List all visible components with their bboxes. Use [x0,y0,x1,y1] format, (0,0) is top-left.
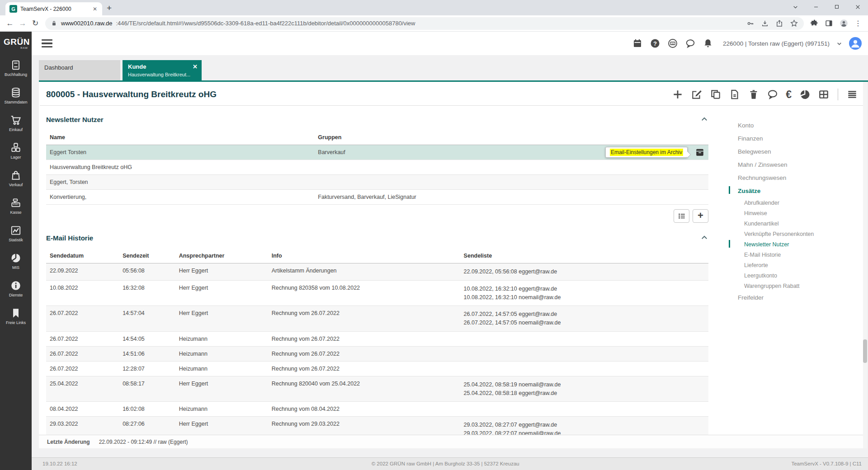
keyboard-icon[interactable] [667,38,678,49]
nav-item[interactable]: Newsletter Nutzer [744,239,860,249]
pie-chart-icon[interactable] [799,89,811,100]
newsletter-row[interactable]: Konvertierung, Fakturversand, Barverkauf… [46,190,708,205]
column-header-gruppen[interactable]: Gruppen [314,130,708,145]
euro-icon[interactable]: € [786,89,792,100]
column-header-info[interactable]: Info [268,249,460,263]
document-icon[interactable] [729,89,741,100]
password-key-icon[interactable] [746,19,755,28]
nav-item[interactable]: Zusätze [738,184,860,197]
back-icon[interactable]: ← [4,19,16,28]
share-icon[interactable] [775,19,783,28]
side-panel-icon[interactable] [825,19,833,28]
cell-sendezeit: 08:58:17 [119,376,175,402]
add-icon[interactable] [672,89,684,100]
cell-sendezeit: 16:02:08 [119,402,175,417]
delete-icon[interactable] [748,89,760,100]
email-history-row[interactable]: 26.07.2022 14:51:06 Heizumann Rechnung v… [46,346,708,361]
tab-search-icon[interactable] [785,0,806,14]
forward-icon[interactable]: → [16,19,29,28]
sidebar-item-verkauf[interactable]: Verkauf [0,169,32,187]
email-history-row[interactable]: 26.07.2022 12:28:07 Heizumann Rechnung v… [46,361,708,376]
help-icon[interactable]: ? [650,38,660,49]
sidebar-item-mis[interactable]: MIS [0,252,32,270]
scrollbar[interactable] [863,82,867,448]
main-menu-icon[interactable] [42,39,52,48]
archive-icon[interactable] [695,147,705,157]
sidebar-item-dienste[interactable]: Dienste [0,280,32,297]
nav-item[interactable]: E-Mail Historie [744,249,860,260]
address-bar[interactable]: www002010.raw.de:446/TE/src/default.html… [45,17,804,30]
column-header-sendezeit[interactable]: Sendezeit [119,249,175,263]
nav-item[interactable]: Mahn / Zinswesen [738,158,860,171]
sidebar-item-label: Verkauf [9,183,23,187]
tab-kunde[interactable]: Kunde Hausverwaltung Breitkreut... ✕ [123,60,202,80]
collapse-chevron-icon[interactable] [700,234,708,242]
cell-sendeliste [460,361,708,376]
sidebar-item-stammdaten[interactable]: Stammdaten [0,87,32,104]
table-icon[interactable] [818,89,830,100]
newsletter-row[interactable]: Hausverwaltung Breitkreutz oHG [46,160,708,175]
column-header-ansprechpartner[interactable]: Ansprechpartner [175,249,268,263]
copy-icon[interactable] [710,89,722,100]
email-history-row[interactable]: 26.07.2022 14:57:04 Herr Eggert Rechnung… [46,306,708,332]
bell-icon[interactable] [703,38,713,49]
newsletter-row[interactable]: Eggert Torsten Barverkauf Email-Einstell… [46,145,708,160]
user-avatar[interactable] [849,37,862,50]
sidebar-item-kasse[interactable]: Kasse [0,197,32,215]
maximize-button[interactable] [826,0,847,14]
window-controls [785,0,868,14]
chevron-down-icon[interactable] [836,41,842,47]
browser-tab-close-icon[interactable]: ✕ [92,6,98,12]
newsletter-row[interactable]: Eggert, Torsten [46,175,708,190]
nav-item[interactable]: Finanzen [738,132,860,145]
comment-icon[interactable] [767,89,778,100]
info-icon [10,280,22,291]
sidebar-item-buchhaltung[interactable]: Buchhaltung [0,59,32,77]
sidebar-item-einkauf[interactable]: Einkauf [0,114,32,132]
sidebar-item-statistik[interactable]: Statistik [0,225,32,242]
nav-item[interactable]: Konto [738,119,860,132]
email-history-row[interactable]: 10.08.2022 16:32:08 Herr Eggert Rechnung… [46,280,708,306]
nav-item[interactable]: Belegwesen [738,145,860,158]
browser-menu-icon[interactable]: ⋮ [854,19,862,28]
minimize-button[interactable] [806,0,826,14]
collapse-chevron-icon[interactable] [700,115,708,123]
sidebar-item-freie-links[interactable]: Freie Links [0,307,32,325]
last-change-bar: Letzte Änderung 22.09.2022 - 09:12:49 //… [39,435,865,448]
email-history-row[interactable]: 26.07.2022 14:54:05 Heizumann Rechnung v… [46,331,708,346]
column-header-sendeliste[interactable]: Sendeliste [460,249,708,263]
nav-item[interactable]: Warengruppen Rabatt [744,281,860,291]
profile-avatar-icon[interactable] [839,19,849,28]
nav-item[interactable]: Hinweise [744,208,860,218]
nav-item[interactable]: Kundenartikel [744,218,860,229]
tab-close-icon[interactable]: ✕ [193,63,198,70]
email-history-row[interactable]: 08.04.2022 16:02:08 Heizumann Rechnung v… [46,402,708,417]
scrollbar-thumb[interactable] [863,339,867,363]
add-entry-button[interactable]: + [693,209,708,223]
reload-icon[interactable]: ↻ [29,19,42,28]
column-header-sendedatum[interactable]: Sendedatum [46,249,119,263]
nav-item[interactable]: Rechnungswesen [738,171,860,184]
calendar-icon[interactable] [632,38,643,49]
nav-item[interactable]: Abrufkalender [744,197,860,208]
new-tab-button[interactable]: + [107,3,112,15]
extensions-icon[interactable] [810,19,819,28]
bookmark-star-icon[interactable] [790,19,798,28]
user-account-label[interactable]: 226000 | Torsten raw (Eggert) (997151) [723,40,830,47]
list-view-button[interactable] [674,209,689,223]
nav-item[interactable]: Leergutkonto [744,270,860,281]
nav-item[interactable]: Lieferorte [744,260,860,270]
nav-item[interactable]: Verknüpfte Personenkonten [744,229,860,239]
browser-tab[interactable]: G TeamServX - 226000 ✕ [5,2,102,15]
sidebar-item-lager[interactable]: Lager [0,142,32,160]
email-history-row[interactable]: 25.04.2022 08:58:17 Herr Eggert Rechnung… [46,376,708,402]
nav-item[interactable]: Freifelder [738,291,860,304]
chat-icon[interactable] [685,38,696,49]
column-header-name[interactable]: Name [46,130,314,145]
tab-dashboard[interactable]: Dashboard [39,60,120,80]
email-history-row[interactable]: 22.09.2022 05:56:08 Herr Eggert Artikels… [46,263,708,281]
download-icon[interactable] [761,19,769,28]
close-button[interactable] [847,0,868,14]
menu-icon[interactable] [846,89,858,100]
edit-icon[interactable] [691,89,703,100]
